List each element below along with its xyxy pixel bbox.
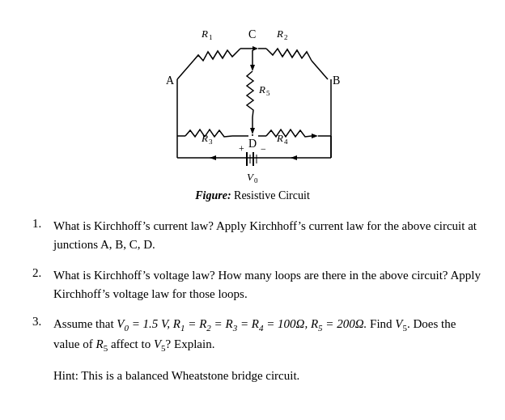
- figure-label: Figure:: [195, 189, 231, 202]
- R2-sub: 2: [284, 33, 288, 41]
- R4-label: R: [276, 132, 283, 144]
- arrow-bottom-right: [291, 155, 297, 160]
- V0-sub: 0: [254, 176, 258, 185]
- R2-label: R: [276, 28, 283, 40]
- hint-text: Hint: This is a balanced Wheatstone brid…: [53, 369, 299, 382]
- R4-resistor: [266, 129, 312, 137]
- R5-sub: 5: [266, 89, 270, 97]
- q2-text: What is Kirchhoff’s voltage law? How man…: [53, 266, 481, 304]
- question-2: 2. What is Kirchhoff’s voltage law? How …: [32, 266, 481, 304]
- q2-num: 2.: [32, 266, 53, 280]
- node-D-label: D: [248, 138, 257, 150]
- wire-A-R1: [177, 61, 193, 79]
- figure-caption: Figure: Resistive Circuit: [195, 189, 310, 202]
- figure-text: Resistive Circuit: [234, 189, 310, 202]
- battery-plus: +: [239, 143, 244, 155]
- node-C-label: C: [248, 28, 256, 40]
- circuit-diagram: A B C D R 1 R 2 R 3 R 4 R 5 V 0: [135, 16, 370, 186]
- node-A-label: A: [166, 74, 175, 87]
- question-1: 1. What is Kirchhoff’s current law? Appl…: [32, 217, 481, 255]
- question-3: 3. Assume that V0 = 1.5 V, R1 = R2 = R3 …: [32, 315, 481, 355]
- q3-math: V0 = 1.5 V, R1 = R2 = R3 = R4 = 100Ω, R5…: [117, 317, 367, 330]
- wire-R2-B: [312, 61, 328, 79]
- R2-resistor: [266, 49, 312, 61]
- arrow-R5-D: [250, 128, 255, 134]
- hint-area: Hint: This is a balanced Wheatstone brid…: [24, 367, 481, 385]
- arrow-R1-C: [252, 46, 258, 51]
- battery-minus: −: [261, 143, 266, 155]
- R4-sub: 4: [284, 138, 288, 146]
- figure-area: A B C D R 1 R 2 R 3 R 4 R 5 V 0: [24, 16, 481, 202]
- node-B-label: B: [333, 74, 340, 87]
- R1-sub: 1: [209, 33, 213, 41]
- arrow-bottom-left: [210, 155, 216, 160]
- q3-num: 3.: [32, 315, 53, 329]
- q1-num: 1.: [32, 217, 53, 231]
- questions-list: 1. What is Kirchhoff’s current law? Appl…: [24, 217, 481, 355]
- arrow-R4: [312, 134, 318, 138]
- arrow-C-R5: [250, 65, 255, 71]
- R3-resistor: [185, 129, 232, 137]
- R3-sub: 3: [209, 138, 213, 146]
- R5-label: R: [258, 83, 265, 95]
- R1-resistor: [193, 49, 240, 61]
- q1-text: What is Kirchhoff’s current law? Apply K…: [53, 217, 481, 255]
- R1-label: R: [201, 28, 208, 40]
- R5-resistor: [247, 71, 253, 117]
- q3-text: Assume that V0 = 1.5 V, R1 = R2 = R3 = R…: [53, 315, 481, 355]
